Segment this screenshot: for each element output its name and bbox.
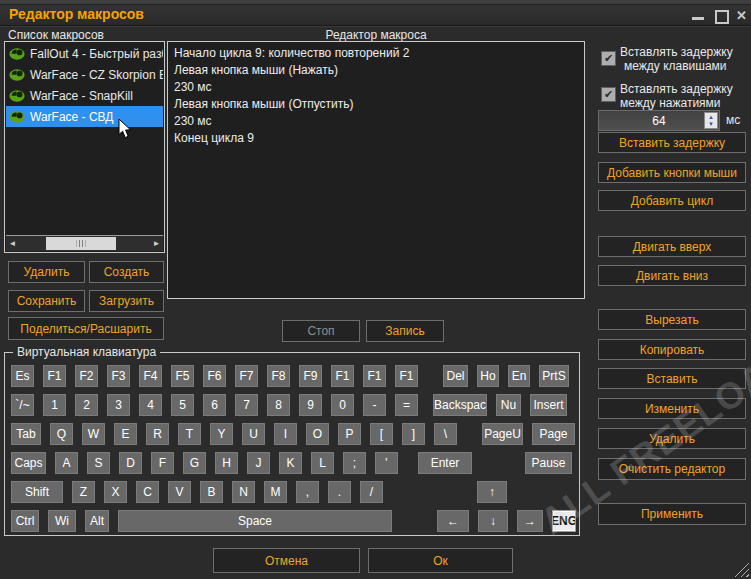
keyboard-key[interactable]: N xyxy=(232,481,255,503)
keyboard-key[interactable]: P xyxy=(338,423,361,445)
keyboard-key[interactable]: 1 xyxy=(43,394,66,416)
cut-button[interactable]: Вырезать xyxy=(598,309,746,330)
keyboard-key[interactable]: M xyxy=(264,481,287,503)
keyboard-key[interactable]: , xyxy=(296,481,319,503)
keyboard-key[interactable]: X xyxy=(104,481,127,503)
keyboard-key[interactable]: Z xyxy=(72,481,95,503)
scroll-left-icon[interactable] xyxy=(6,236,19,251)
maximize-icon[interactable] xyxy=(715,10,729,24)
stop-button[interactable]: Стоп xyxy=(282,320,360,342)
keyboard-key[interactable]: R xyxy=(146,423,169,445)
keyboard-key[interactable]: En xyxy=(508,365,530,387)
keyboard-key[interactable]: I xyxy=(274,423,297,445)
keyboard-key[interactable]: Del xyxy=(443,365,468,387)
keyboard-key[interactable]: . xyxy=(328,481,351,503)
keyboard-key[interactable]: F8 xyxy=(267,365,290,387)
delay-ms-input[interactable]: 64 xyxy=(598,110,720,131)
keyboard-key[interactable]: E xyxy=(114,423,137,445)
keyboard-key[interactable]: Ctrl xyxy=(11,510,39,532)
keyboard-key[interactable]: [ xyxy=(370,423,393,445)
keyboard-key[interactable]: `/~ xyxy=(11,394,34,416)
keyboard-key[interactable]: F4 xyxy=(139,365,162,387)
keyboard-key[interactable]: Wi xyxy=(48,510,76,532)
delete-step-button[interactable]: Удалить xyxy=(598,428,746,449)
keyboard-key[interactable]: / xyxy=(360,481,383,503)
keyboard-key[interactable]: B xyxy=(200,481,223,503)
macro-list-hscrollbar[interactable] xyxy=(6,235,163,251)
macro-list-item[interactable]: WarFace - CZ Skorpion EV xyxy=(6,64,163,85)
keyboard-key[interactable]: Page xyxy=(532,423,575,445)
macro-step[interactable]: Конец цикла 9 xyxy=(174,130,578,147)
spinner-down-icon[interactable] xyxy=(705,121,717,129)
ok-button[interactable]: Ок xyxy=(368,548,513,573)
keyboard-key[interactable]: F5 xyxy=(171,365,194,387)
scroll-right-icon[interactable] xyxy=(150,236,163,251)
keyboard-key[interactable]: T xyxy=(178,423,201,445)
minimize-icon[interactable] xyxy=(692,17,704,20)
keyboard-key[interactable]: Tab xyxy=(11,423,41,445)
edit-button[interactable]: Изменить xyxy=(598,398,746,419)
scroll-thumb[interactable] xyxy=(46,237,116,250)
macro-step[interactable]: Левая кнопка мыши (Отпустить) xyxy=(174,96,578,113)
keyboard-key[interactable]: Space xyxy=(118,510,392,532)
keyboard-key[interactable]: F1 xyxy=(43,365,66,387)
keyboard-key[interactable]: F3 xyxy=(107,365,130,387)
macro-editor-content[interactable]: Начало цикла 9: количество повторений 2Л… xyxy=(167,41,585,299)
keyboard-key[interactable]: J xyxy=(247,452,270,474)
share-macro-button[interactable]: Поделиться/Расшарить xyxy=(8,317,164,340)
keyboard-key[interactable]: F1 xyxy=(395,365,418,387)
keyboard-key[interactable]: Caps xyxy=(11,452,46,474)
keyboard-key[interactable]: Alt xyxy=(85,510,109,532)
keyboard-key[interactable]: C xyxy=(136,481,159,503)
keyboard-key[interactable]: S xyxy=(87,452,110,474)
keyboard-key[interactable]: 8 xyxy=(267,394,290,416)
macro-step[interactable]: 230 мс xyxy=(174,79,578,96)
delete-macro-button[interactable]: Удалить xyxy=(8,261,85,283)
keyboard-key[interactable]: \ xyxy=(434,423,457,445)
keyboard-key[interactable]: 3 xyxy=(107,394,130,416)
keyboard-key[interactable]: Y xyxy=(210,423,233,445)
titlebar[interactable]: Редактор макросов xyxy=(0,5,751,26)
keyboard-key[interactable]: ↑ xyxy=(477,481,507,503)
add-cycle-button[interactable]: Добавить цикл xyxy=(598,190,746,211)
macro-list-item[interactable]: WarFace - SnapKill xyxy=(6,85,163,106)
keyboard-key[interactable]: Q xyxy=(50,423,73,445)
keyboard-key[interactable]: W xyxy=(82,423,105,445)
record-button[interactable]: Запись xyxy=(366,320,444,342)
keyboard-key[interactable]: Es xyxy=(11,365,34,387)
keyboard-key[interactable]: F6 xyxy=(203,365,226,387)
keyboard-key[interactable]: F xyxy=(151,452,174,474)
macro-list[interactable]: FallOut 4 - Быстрый разбWarFace - CZ Sko… xyxy=(4,41,165,253)
load-macro-button[interactable]: Загрузить xyxy=(89,290,164,312)
insert-delay-keys-checkbox[interactable] xyxy=(601,51,616,66)
keyboard-key[interactable]: Shift xyxy=(11,481,63,503)
keyboard-key[interactable]: = xyxy=(395,394,418,416)
keyboard-key[interactable]: ↓ xyxy=(478,510,508,532)
keyboard-key[interactable]: PrtS xyxy=(539,365,569,387)
keyboard-key[interactable]: 0 xyxy=(331,394,354,416)
keyboard-key[interactable]: U xyxy=(242,423,265,445)
keyboard-key[interactable]: 9 xyxy=(299,394,322,416)
keyboard-key[interactable]: O xyxy=(306,423,329,445)
insert-delay-press-checkbox[interactable] xyxy=(601,87,616,102)
add-mouse-buttons-button[interactable]: Добавить кнопки мыши xyxy=(598,162,746,183)
keyboard-key[interactable]: K xyxy=(279,452,302,474)
keyboard-key[interactable]: ← xyxy=(437,510,469,532)
keyboard-key[interactable]: PageU xyxy=(482,423,523,445)
keyboard-key[interactable]: V xyxy=(168,481,191,503)
copy-button[interactable]: Копировать xyxy=(598,339,746,360)
create-macro-button[interactable]: Создать xyxy=(89,261,164,283)
keyboard-key[interactable]: F2 xyxy=(75,365,98,387)
keyboard-key[interactable]: ; xyxy=(343,452,366,474)
clear-editor-button[interactable]: Очистить редактор xyxy=(598,458,746,480)
keyboard-key[interactable]: ] xyxy=(402,423,425,445)
keyboard-key[interactable]: 5 xyxy=(171,394,194,416)
keyboard-key[interactable]: → xyxy=(517,510,543,532)
keyboard-key[interactable]: L xyxy=(311,452,334,474)
keyboard-key[interactable]: 6 xyxy=(203,394,226,416)
paste-button[interactable]: Вставить xyxy=(598,368,746,389)
keyboard-key[interactable]: Enter xyxy=(418,452,472,474)
keyboard-key[interactable]: Nu xyxy=(496,394,521,416)
macro-list-item[interactable]: WarFace - СВД xyxy=(6,106,163,127)
move-down-button[interactable]: Двигать вниз xyxy=(598,265,746,286)
